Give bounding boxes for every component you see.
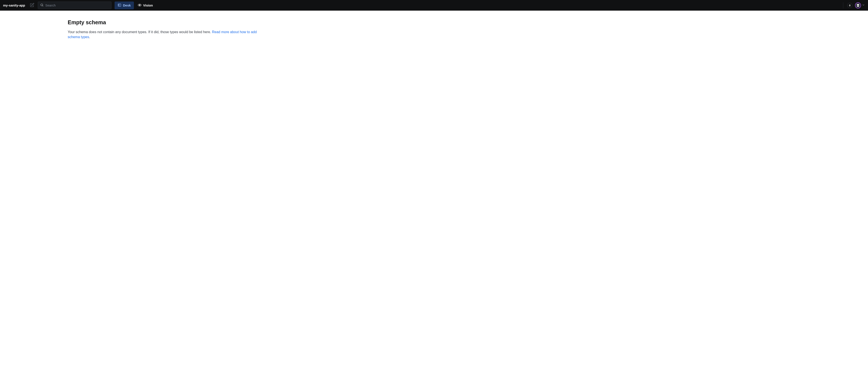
tab-desk[interactable]: Desk [115,2,134,9]
svg-point-9 [857,6,858,6]
svg-rect-7 [857,4,859,5]
svg-point-6 [139,5,140,5]
description-suffix: . [89,35,90,39]
notification-badge[interactable]: 0 [847,3,852,8]
svg-rect-2 [118,4,121,6]
tab-label: Vision [143,3,153,7]
app-name: my-sanity-app [3,3,27,7]
description-prefix: Your schema does not contain any documen… [68,30,212,34]
navbar: my-sanity-app [0,0,868,11]
eye-icon [138,3,142,8]
main-content: Empty schema Your schema does not contai… [0,11,868,48]
avatar [855,2,861,8]
page-description: Your schema does not contain any documen… [68,30,267,39]
svg-point-10 [858,6,859,6]
content-inner: Empty schema Your schema does not contai… [68,19,267,39]
compose-icon [30,3,34,8]
page-title: Empty schema [68,19,267,26]
svg-point-0 [40,4,42,6]
search-icon [40,3,43,8]
tab-label: Desk [123,3,131,7]
nav-tabs: Desk Vision [115,2,156,9]
tab-vision[interactable]: Vision [135,2,156,9]
badge-count: 0 [849,4,850,7]
user-menu[interactable] [855,2,865,8]
chevron-down-icon [862,3,865,7]
divider [843,2,843,8]
search-wrapper[interactable] [38,2,112,9]
compose-button[interactable] [29,2,35,8]
svg-line-1 [42,6,43,6]
search-input[interactable] [45,3,109,7]
panel-icon [118,3,121,8]
